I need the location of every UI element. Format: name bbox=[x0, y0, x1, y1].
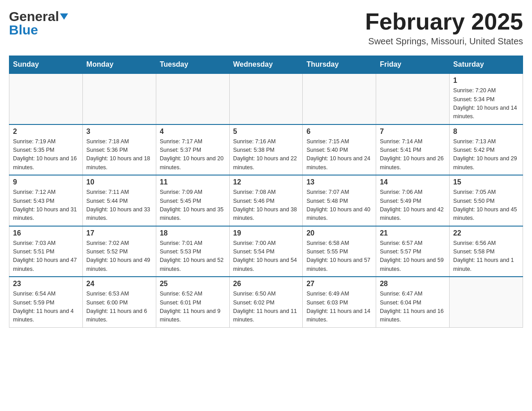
calendar-table: SundayMondayTuesdayWednesdayThursdayFrid… bbox=[9, 56, 523, 328]
day-number-6: 6 bbox=[306, 128, 372, 136]
header-thursday: Thursday bbox=[303, 56, 376, 74]
day-number-8: 8 bbox=[453, 128, 519, 136]
calendar-header-row: SundayMondayTuesdayWednesdayThursdayFrid… bbox=[9, 56, 523, 74]
week-row-5: 23Sunrise: 6:54 AMSunset: 5:59 PMDayligh… bbox=[9, 277, 523, 327]
day-info-21: Sunrise: 6:57 AMSunset: 5:57 PMDaylight:… bbox=[380, 239, 446, 274]
logo-general: General bbox=[9, 9, 59, 24]
day-number-7: 7 bbox=[380, 128, 446, 136]
day-info-13: Sunrise: 7:07 AMSunset: 5:48 PMDaylight:… bbox=[306, 188, 372, 223]
header-sunday: Sunday bbox=[9, 56, 83, 74]
calendar-cell-w3-d3: 11Sunrise: 7:09 AMSunset: 5:45 PMDayligh… bbox=[156, 175, 229, 226]
day-number-11: 11 bbox=[160, 178, 226, 186]
calendar-cell-w4-d5: 20Sunrise: 6:58 AMSunset: 5:55 PMDayligh… bbox=[303, 226, 376, 277]
day-info-7: Sunrise: 7:14 AMSunset: 5:41 PMDaylight:… bbox=[380, 137, 446, 172]
day-number-22: 22 bbox=[453, 229, 519, 237]
header-wednesday: Wednesday bbox=[229, 56, 303, 74]
day-info-23: Sunrise: 6:54 AMSunset: 5:59 PMDaylight:… bbox=[13, 290, 79, 325]
page-header: General Blue February 2025 Sweet Springs… bbox=[9, 9, 523, 47]
day-number-10: 10 bbox=[86, 178, 152, 186]
calendar-cell-w1-d6 bbox=[376, 73, 450, 124]
calendar-cell-w3-d6: 14Sunrise: 7:06 AMSunset: 5:49 PMDayligh… bbox=[376, 175, 450, 226]
day-info-6: Sunrise: 7:15 AMSunset: 5:40 PMDaylight:… bbox=[306, 137, 372, 172]
svg-marker-0 bbox=[60, 13, 68, 20]
day-number-19: 19 bbox=[233, 229, 299, 237]
day-number-9: 9 bbox=[13, 178, 79, 186]
day-number-23: 23 bbox=[13, 280, 79, 288]
day-number-24: 24 bbox=[86, 280, 152, 288]
calendar-cell-w2-d3: 4Sunrise: 7:17 AMSunset: 5:37 PMDaylight… bbox=[156, 124, 229, 176]
calendar-cell-w5-d5: 27Sunrise: 6:49 AMSunset: 6:03 PMDayligh… bbox=[303, 277, 376, 327]
week-row-3: 9Sunrise: 7:12 AMSunset: 5:43 PMDaylight… bbox=[9, 175, 523, 226]
calendar-cell-w5-d4: 26Sunrise: 6:50 AMSunset: 6:02 PMDayligh… bbox=[229, 277, 303, 327]
day-number-15: 15 bbox=[453, 178, 519, 186]
day-info-10: Sunrise: 7:11 AMSunset: 5:44 PMDaylight:… bbox=[86, 188, 152, 223]
day-info-3: Sunrise: 7:18 AMSunset: 5:36 PMDaylight:… bbox=[86, 137, 152, 172]
day-info-8: Sunrise: 7:13 AMSunset: 5:42 PMDaylight:… bbox=[453, 137, 519, 172]
day-info-5: Sunrise: 7:16 AMSunset: 5:38 PMDaylight:… bbox=[233, 137, 299, 172]
day-info-9: Sunrise: 7:12 AMSunset: 5:43 PMDaylight:… bbox=[13, 188, 79, 223]
calendar-cell-w5-d7 bbox=[450, 277, 523, 327]
day-info-2: Sunrise: 7:19 AMSunset: 5:35 PMDaylight:… bbox=[13, 137, 79, 172]
day-info-12: Sunrise: 7:08 AMSunset: 5:46 PMDaylight:… bbox=[233, 188, 299, 223]
day-number-2: 2 bbox=[13, 128, 79, 136]
week-row-1: 1Sunrise: 7:20 AMSunset: 5:34 PMDaylight… bbox=[9, 73, 523, 124]
day-number-20: 20 bbox=[306, 229, 372, 237]
logo-text: General Blue bbox=[9, 9, 68, 38]
day-info-22: Sunrise: 6:56 AMSunset: 5:58 PMDaylight:… bbox=[453, 239, 519, 274]
header-monday: Monday bbox=[82, 56, 156, 74]
calendar-cell-w3-d5: 13Sunrise: 7:07 AMSunset: 5:48 PMDayligh… bbox=[303, 175, 376, 226]
day-number-14: 14 bbox=[380, 178, 446, 186]
calendar-cell-w1-d7: 1Sunrise: 7:20 AMSunset: 5:34 PMDaylight… bbox=[450, 73, 523, 124]
week-row-2: 2Sunrise: 7:19 AMSunset: 5:35 PMDaylight… bbox=[9, 124, 523, 176]
day-number-18: 18 bbox=[160, 229, 226, 237]
calendar-cell-w4-d2: 17Sunrise: 7:02 AMSunset: 5:52 PMDayligh… bbox=[82, 226, 156, 277]
day-info-18: Sunrise: 7:01 AMSunset: 5:53 PMDaylight:… bbox=[160, 239, 226, 274]
logo-blue: Blue bbox=[9, 22, 38, 38]
day-number-21: 21 bbox=[380, 229, 446, 237]
day-number-16: 16 bbox=[13, 229, 79, 237]
logo: General Blue bbox=[9, 9, 68, 38]
day-info-28: Sunrise: 6:47 AMSunset: 6:04 PMDaylight:… bbox=[380, 290, 446, 325]
logo-arrow-icon bbox=[60, 13, 68, 21]
day-info-14: Sunrise: 7:06 AMSunset: 5:49 PMDaylight:… bbox=[380, 188, 446, 223]
day-info-11: Sunrise: 7:09 AMSunset: 5:45 PMDaylight:… bbox=[160, 188, 226, 223]
calendar-cell-w2-d7: 8Sunrise: 7:13 AMSunset: 5:42 PMDaylight… bbox=[450, 124, 523, 176]
calendar-cell-w5-d6: 28Sunrise: 6:47 AMSunset: 6:04 PMDayligh… bbox=[376, 277, 450, 327]
title-section: February 2025 Sweet Springs, Missouri, U… bbox=[365, 9, 523, 47]
header-saturday: Saturday bbox=[450, 56, 523, 74]
calendar-cell-w1-d5 bbox=[303, 73, 376, 124]
day-info-4: Sunrise: 7:17 AMSunset: 5:37 PMDaylight:… bbox=[160, 137, 226, 172]
header-friday: Friday bbox=[376, 56, 450, 74]
header-tuesday: Tuesday bbox=[156, 56, 229, 74]
calendar-cell-w3-d4: 12Sunrise: 7:08 AMSunset: 5:46 PMDayligh… bbox=[229, 175, 303, 226]
day-number-25: 25 bbox=[160, 280, 226, 288]
calendar-cell-w2-d6: 7Sunrise: 7:14 AMSunset: 5:41 PMDaylight… bbox=[376, 124, 450, 176]
day-number-3: 3 bbox=[86, 128, 152, 136]
day-number-12: 12 bbox=[233, 178, 299, 186]
day-info-16: Sunrise: 7:03 AMSunset: 5:51 PMDaylight:… bbox=[13, 239, 79, 274]
day-number-17: 17 bbox=[86, 229, 152, 237]
week-row-4: 16Sunrise: 7:03 AMSunset: 5:51 PMDayligh… bbox=[9, 226, 523, 277]
day-info-19: Sunrise: 7:00 AMSunset: 5:54 PMDaylight:… bbox=[233, 239, 299, 274]
calendar-cell-w1-d3 bbox=[156, 73, 229, 124]
day-info-15: Sunrise: 7:05 AMSunset: 5:50 PMDaylight:… bbox=[453, 188, 519, 223]
calendar-cell-w2-d1: 2Sunrise: 7:19 AMSunset: 5:35 PMDaylight… bbox=[9, 124, 83, 176]
day-info-20: Sunrise: 6:58 AMSunset: 5:55 PMDaylight:… bbox=[306, 239, 372, 274]
calendar-cell-w4-d4: 19Sunrise: 7:00 AMSunset: 5:54 PMDayligh… bbox=[229, 226, 303, 277]
month-title: February 2025 bbox=[365, 9, 523, 34]
calendar-cell-w4-d7: 22Sunrise: 6:56 AMSunset: 5:58 PMDayligh… bbox=[450, 226, 523, 277]
calendar-cell-w1-d4 bbox=[229, 73, 303, 124]
day-info-17: Sunrise: 7:02 AMSunset: 5:52 PMDaylight:… bbox=[86, 239, 152, 274]
day-number-26: 26 bbox=[233, 280, 299, 288]
calendar-cell-w1-d1 bbox=[9, 73, 83, 124]
day-number-13: 13 bbox=[306, 178, 372, 186]
day-number-1: 1 bbox=[453, 77, 519, 85]
calendar-cell-w4-d1: 16Sunrise: 7:03 AMSunset: 5:51 PMDayligh… bbox=[9, 226, 83, 277]
day-number-28: 28 bbox=[380, 280, 446, 288]
day-number-4: 4 bbox=[160, 128, 226, 136]
calendar-cell-w1-d2 bbox=[82, 73, 156, 124]
calendar-cell-w4-d3: 18Sunrise: 7:01 AMSunset: 5:53 PMDayligh… bbox=[156, 226, 229, 277]
day-info-25: Sunrise: 6:52 AMSunset: 6:01 PMDaylight:… bbox=[160, 290, 226, 325]
calendar-cell-w5-d1: 23Sunrise: 6:54 AMSunset: 5:59 PMDayligh… bbox=[9, 277, 83, 327]
day-info-27: Sunrise: 6:49 AMSunset: 6:03 PMDaylight:… bbox=[306, 290, 372, 325]
